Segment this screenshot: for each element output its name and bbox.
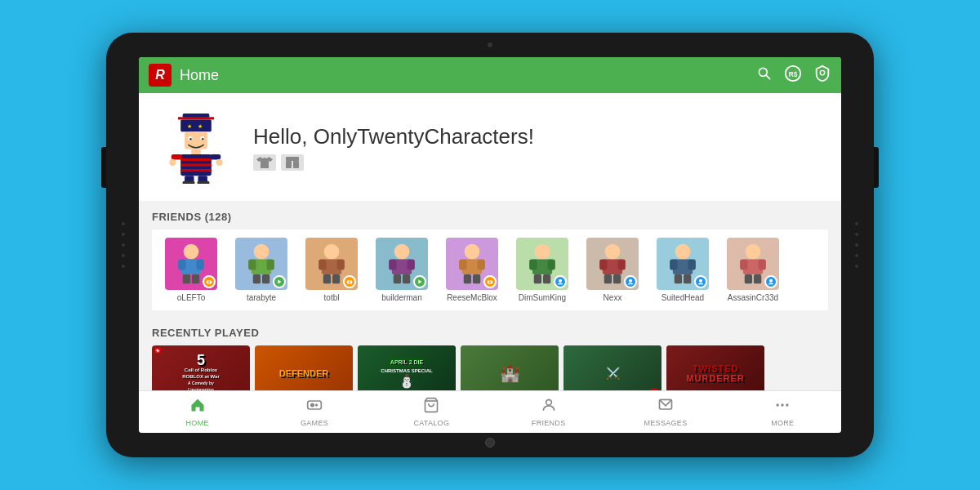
friend-status-indicator	[624, 275, 637, 288]
svg-point-90	[746, 244, 761, 260]
svg-rect-66	[473, 274, 480, 283]
svg-point-69	[535, 244, 550, 260]
header-icons: R$	[756, 65, 831, 87]
svg-rect-85	[670, 259, 677, 270]
svg-point-98	[311, 403, 314, 406]
svg-rect-94	[745, 274, 752, 283]
svg-point-104	[777, 403, 779, 406]
svg-point-39	[254, 244, 270, 260]
svg-rect-79	[618, 259, 626, 270]
friend-item[interactable]: totbl	[299, 238, 364, 302]
svg-rect-56	[389, 259, 396, 270]
svg-point-61	[465, 244, 480, 260]
camera	[488, 42, 492, 47]
svg-point-13	[189, 138, 191, 140]
friend-name: AssasinCr33d	[728, 293, 778, 302]
svg-rect-15	[191, 149, 200, 154]
svg-text:★: ★	[187, 123, 192, 129]
svg-point-75	[559, 279, 562, 283]
svg-rect-72	[548, 259, 555, 270]
game-thumbnail[interactable]: APRIL 2 DIE CHRISTMAS SPECIAL ⛄	[358, 345, 456, 390]
tablet-home-button[interactable]	[485, 438, 495, 448]
profile-badges	[253, 154, 534, 171]
svg-point-102	[546, 399, 551, 405]
svg-rect-36	[192, 274, 199, 283]
svg-rect-78	[599, 259, 607, 270]
badge-shirt	[253, 154, 276, 171]
friend-item[interactable]: builderman	[369, 238, 434, 302]
nav-item-friends[interactable]: FRIENDS	[490, 391, 607, 433]
speaker-left	[116, 220, 131, 270]
friend-item[interactable]: AssasinCr33d	[720, 238, 786, 302]
svg-rect-42	[267, 259, 274, 270]
friend-item[interactable]: tarabyte	[229, 238, 294, 302]
svg-rect-6	[178, 117, 214, 119]
friend-item[interactable]: Nexx	[580, 238, 645, 302]
account-icon[interactable]	[813, 65, 831, 87]
friends-section: FRIENDS (128) oLEFTo tarabyte tot	[139, 201, 841, 317]
roblox-logo: R	[149, 64, 172, 87]
friend-status-indicator	[413, 275, 426, 288]
svg-point-4	[820, 70, 825, 75]
svg-point-38	[208, 281, 210, 283]
svg-rect-73	[534, 274, 541, 283]
nav-item-more[interactable]: MORE	[724, 391, 841, 433]
friend-name: Nexx	[604, 293, 622, 302]
nav-item-games[interactable]: GAMES	[256, 391, 372, 433]
svg-rect-20	[172, 154, 182, 160]
nav-icon-friends	[541, 397, 557, 417]
nav-label-messages: MESSAGES	[644, 419, 688, 427]
friends-list: oLEFTo tarabyte totbl builderman	[152, 229, 828, 310]
user-avatar: ★ ★	[155, 106, 237, 188]
friend-name: builderman	[381, 293, 421, 302]
svg-rect-27	[198, 181, 210, 184]
robux-icon[interactable]: R$	[784, 65, 802, 87]
nav-icon-home	[189, 397, 206, 417]
search-icon[interactable]	[756, 65, 773, 86]
svg-rect-64	[478, 259, 485, 270]
svg-rect-26	[183, 181, 195, 184]
nav-item-home[interactable]: HOME	[139, 391, 256, 433]
game-thumbnail[interactable]: DEFENDER	[255, 345, 353, 390]
recently-played-section: RECENTLY PLAYED 5 Call of RobloxROBLOX a…	[139, 317, 841, 390]
nav-icon-games	[306, 397, 323, 417]
game-thumbnail[interactable]: 5 Call of RobloxROBLOX at WarA Comedy by…	[152, 345, 250, 390]
recently-played-list: 5 Call of RobloxROBLOX at WarA Comedy by…	[152, 345, 828, 390]
friend-item[interactable]: ReeseMcBlox	[439, 238, 505, 302]
friend-item[interactable]: oLEFTo	[158, 238, 224, 302]
nav-label-catalog: CATALOG	[413, 419, 449, 427]
svg-text:★: ★	[198, 123, 203, 129]
friend-status-indicator	[694, 275, 707, 288]
svg-rect-10	[185, 131, 207, 149]
friend-status-indicator	[483, 275, 497, 288]
friend-status-indicator	[343, 275, 356, 288]
game-thumbnail[interactable]: ⚔️ 🚫	[564, 345, 662, 390]
friend-item[interactable]: SuitedHead	[650, 238, 715, 302]
game-thumbnail[interactable]: TWISTED MURDERER	[666, 345, 764, 390]
bottom-nav: HOME GAMES CATALOG FRIENDS MESSAGES MORE	[139, 390, 841, 433]
svg-rect-86	[688, 259, 696, 270]
svg-rect-81	[613, 274, 621, 283]
svg-point-68	[489, 281, 491, 283]
svg-rect-33	[178, 259, 185, 270]
recently-played-title: RECENTLY PLAYED	[152, 327, 828, 339]
friend-item[interactable]: DimSumKing	[510, 238, 575, 302]
nav-label-home: HOME	[186, 419, 209, 427]
game-thumbnail[interactable]: 🏰	[461, 345, 559, 390]
nav-icon-messages	[657, 397, 674, 417]
friend-name: tarabyte	[247, 293, 276, 302]
nav-item-catalog[interactable]: CATALOG	[373, 391, 490, 433]
svg-rect-71	[529, 259, 537, 270]
tablet-screen: R Home R$	[139, 57, 841, 433]
friend-status-indicator	[273, 275, 286, 288]
svg-rect-34	[197, 259, 204, 270]
speaker-right	[849, 220, 864, 270]
svg-point-31	[184, 244, 199, 260]
svg-rect-51	[332, 274, 340, 283]
svg-point-82	[629, 279, 632, 283]
svg-point-53	[349, 281, 350, 283]
friend-status-indicator	[554, 275, 567, 288]
nav-item-messages[interactable]: MESSAGES	[607, 391, 724, 433]
svg-rect-95	[754, 274, 761, 283]
friend-status-indicator	[203, 275, 216, 288]
